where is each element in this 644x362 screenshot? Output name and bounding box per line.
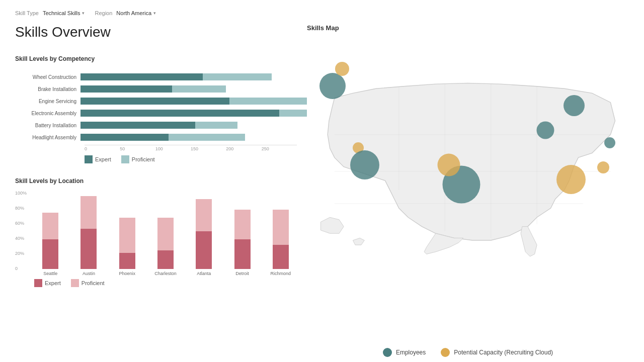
- city-bar-stack: [196, 199, 212, 269]
- region-filter[interactable]: Region North America ▾: [95, 10, 156, 16]
- x-tick: 150: [191, 146, 226, 151]
- y-tick: 100%: [15, 191, 27, 196]
- proficient-bar: [195, 122, 237, 129]
- main-layout: Skills Overview Skill Levels by Competen…: [15, 24, 629, 357]
- proficient-loc-bar: [42, 213, 58, 240]
- city-bar-stack: [80, 196, 97, 269]
- recruit-bubble: [335, 62, 349, 76]
- expert-loc-bar: [42, 239, 58, 269]
- employee-bubble: [536, 122, 554, 139]
- loc-expert-label: Expert: [45, 280, 61, 286]
- recruit-label: Potential Capacity (Recruiting Cloud): [454, 349, 553, 356]
- recruit-swatch: [441, 348, 450, 357]
- bar-group: [80, 85, 226, 93]
- proficient-label: Proficient: [132, 156, 155, 162]
- filter-row: Skill Type Technical Skills ▾ Region Nor…: [15, 10, 629, 16]
- location-chart: 020%40%60%80%100% SeattleAustinPhoenixCh…: [15, 191, 297, 287]
- recruit-bubble: [597, 161, 609, 173]
- competency-bar-row: Brake Installation: [15, 84, 297, 94]
- location-chart-section: Skill Levels by Location 020%40%60%80%10…: [15, 177, 297, 287]
- proficient-loc-bar: [119, 218, 135, 253]
- proficient-loc-bar: [157, 218, 174, 250]
- map-bubbles: [307, 37, 629, 283]
- map-legend: Employees Potential Capacity (Recruiting…: [307, 348, 629, 357]
- map-legend-recruit: Potential Capacity (Recruiting Cloud): [441, 348, 553, 357]
- competency-chart-title: Skill Levels by Competency: [15, 55, 297, 62]
- city-label: Charleston: [154, 271, 177, 276]
- map-legend-employees: Employees: [383, 348, 426, 357]
- skill-type-filter[interactable]: Skill Type Technical Skills ▾: [15, 10, 85, 16]
- loc-legend-expert: Expert: [34, 279, 61, 287]
- bar-group: [80, 122, 237, 129]
- region-value: North America: [116, 10, 151, 16]
- page-title: Skills Overview: [15, 24, 297, 40]
- right-panel: Skills Map: [307, 24, 629, 357]
- city-bar: Atlanta: [188, 199, 220, 276]
- loc-expert-swatch: [34, 279, 42, 287]
- city-bar-stack: [157, 218, 174, 269]
- expert-bar: [80, 122, 195, 129]
- proficient-loc-bar: [80, 196, 97, 228]
- proficient-loc-bar: [273, 210, 289, 245]
- competency-bars: Wheel ConstructionBrake InstallationEngi…: [15, 72, 297, 142]
- city-label: Richmond: [271, 271, 291, 276]
- competency-bar-row: Wheel Construction: [15, 72, 297, 81]
- proficient-bar: [169, 134, 245, 141]
- recruit-bubble: [556, 165, 586, 194]
- y-tick: 60%: [15, 221, 27, 226]
- expert-swatch: [85, 155, 93, 163]
- competency-legend: Expert Proficient: [85, 155, 297, 163]
- location-bars: SeattleAustinPhoenixCharlestonAtlantaDet…: [34, 196, 297, 276]
- city-label: Austin: [83, 271, 95, 276]
- city-bar: Seattle: [34, 213, 66, 276]
- skill-type-arrow: ▾: [82, 11, 85, 16]
- employee-bubble: [350, 150, 379, 179]
- skill-type-value: Technical Skills: [43, 10, 80, 16]
- location-legend: Expert Proficient: [34, 279, 297, 287]
- city-bar: Charleston: [149, 218, 182, 276]
- city-bar: Richmond: [265, 210, 297, 276]
- y-tick: 0: [15, 266, 27, 271]
- expert-label: Expert: [95, 156, 111, 162]
- x-tick: 250: [262, 146, 297, 151]
- competency-chart-section: Skill Levels by Competency Wheel Constru…: [15, 55, 297, 167]
- bar-label: Wheel Construction: [15, 74, 80, 80]
- bar-label: Brake Installation: [15, 86, 80, 92]
- proficient-swatch: [121, 155, 129, 163]
- competency-bar-chart: Wheel ConstructionBrake InstallationEngi…: [15, 68, 297, 167]
- recruit-bubble: [437, 153, 460, 176]
- competency-bar-row: Headlight Assembly: [15, 133, 297, 142]
- expert-loc-bar: [119, 253, 135, 269]
- city-bar: Detroit: [226, 210, 258, 276]
- bar-label: Engine Servicing: [15, 99, 80, 104]
- expert-loc-bar: [273, 245, 289, 269]
- city-bar: Phoenix: [111, 218, 143, 276]
- x-tick: 0: [85, 146, 120, 151]
- proficient-loc-bar: [234, 210, 251, 239]
- bar-group: [80, 134, 245, 141]
- page: Skill Type Technical Skills ▾ Region Nor…: [0, 0, 644, 362]
- city-bar-stack: [234, 210, 251, 269]
- loc-proficient-label: Proficient: [82, 280, 105, 286]
- loc-proficient-swatch: [71, 279, 79, 287]
- expert-bar: [80, 110, 279, 117]
- city-label: Phoenix: [119, 271, 135, 276]
- competency-bar-row: Electronic Assembly: [15, 109, 297, 118]
- city-label: Detroit: [235, 271, 249, 276]
- city-bar-stack: [42, 213, 58, 269]
- x-tick: 50: [120, 146, 155, 151]
- employee-bubble: [604, 137, 615, 148]
- bar-group: [80, 98, 337, 105]
- expert-loc-bar: [80, 229, 97, 269]
- expert-loc-bar: [234, 239, 251, 269]
- proficient-bar: [172, 85, 225, 93]
- bar-label: Headlight Assembly: [15, 135, 80, 140]
- city-bar-stack: [119, 218, 135, 269]
- skill-type-label: Skill Type: [15, 10, 39, 16]
- region-arrow: ▾: [153, 11, 156, 16]
- y-tick: 40%: [15, 236, 27, 241]
- bar-label: Electronic Assembly: [15, 111, 80, 116]
- y-tick: 80%: [15, 206, 27, 211]
- employee-bubble: [564, 95, 585, 116]
- expert-bar: [80, 134, 169, 141]
